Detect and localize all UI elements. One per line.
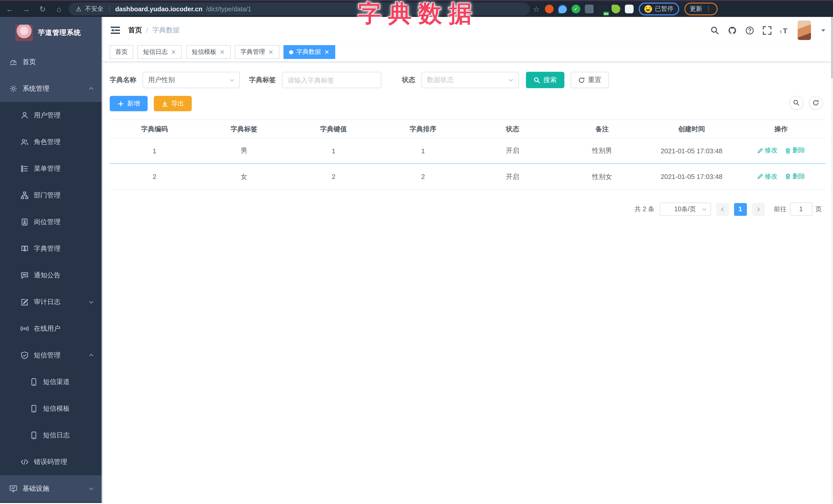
table-row[interactable]: 2女22开启性别女2021-01-05 17:03:48修改删除: [110, 164, 826, 190]
sidebar-item-dict-mgmt[interactable]: 字典管理: [0, 235, 102, 262]
cell-code: 2: [110, 173, 199, 181]
tags-view: 首页短信日志短信模板字典管理字典数据: [102, 44, 833, 62]
next-page-button[interactable]: [752, 203, 765, 216]
sidebar-item-sms-template[interactable]: 短信模板: [0, 395, 102, 422]
add-button[interactable]: 新增: [110, 96, 148, 111]
browser-update-button[interactable]: 更新 ⋮: [684, 3, 717, 16]
app-logo-row[interactable]: 芋道管理系统: [0, 17, 102, 49]
search-icon[interactable]: [711, 26, 719, 34]
delete-link[interactable]: 删除: [785, 146, 805, 155]
status-select[interactable]: 数据状态: [421, 72, 519, 88]
profile-paused-button[interactable]: 已暂停: [639, 3, 679, 16]
sidebar-item-sms-channel[interactable]: 短信渠道: [0, 369, 102, 395]
sidebar-item-sms-mgmt[interactable]: 短信管理: [0, 342, 102, 369]
sidebar-item-audit-log[interactable]: 审计日志: [0, 289, 102, 315]
sidebar-item-menu-mgmt[interactable]: 菜单管理: [0, 155, 102, 182]
url-divider: [109, 6, 110, 12]
on-badge: on: [603, 12, 609, 16]
forward-icon[interactable]: →: [22, 5, 31, 13]
phone-icon: [30, 405, 38, 413]
tab-label: 短信模板: [192, 48, 216, 56]
column-header: 状态: [468, 124, 557, 134]
page-number-current[interactable]: 1: [734, 203, 747, 216]
org-tree-icon: [21, 191, 29, 199]
fullscreen-icon[interactable]: [763, 26, 771, 34]
tab-dict-mgmt[interactable]: 字典管理: [235, 45, 279, 59]
dict-name-select[interactable]: 用户性别: [143, 72, 240, 88]
check-extension-icon[interactable]: ✓: [571, 5, 580, 13]
leaf-extension-icon[interactable]: [611, 5, 620, 13]
github-icon[interactable]: [728, 26, 737, 34]
user-avatar[interactable]: [798, 21, 811, 40]
table-body: 1男11开启性别男2021-01-05 17:03:48修改删除2女22开启性别…: [110, 139, 826, 190]
sidebar-item-label: 角色管理: [34, 137, 61, 147]
sidebar-item-label: 系统管理: [23, 84, 49, 93]
sidebar-item-infrastructure[interactable]: 基础设施: [0, 475, 102, 502]
stack-extension-icon[interactable]: [585, 5, 593, 13]
back-icon[interactable]: ←: [5, 5, 14, 13]
sidebar-item-post-mgmt[interactable]: 岗位管理: [0, 209, 102, 235]
sidebar-item-error-code-mgmt[interactable]: 错误码管理: [0, 449, 102, 475]
chevron-down-icon: [701, 207, 707, 212]
tab-sms-log[interactable]: 短信日志: [137, 45, 182, 59]
status-label: 状态: [402, 75, 415, 85]
reload-icon[interactable]: ↻: [38, 4, 47, 14]
sidebar-item-label: 在线用户: [34, 324, 61, 333]
on-badge-extension-icon[interactable]: on: [598, 5, 607, 13]
search-button[interactable]: 搜索: [526, 72, 564, 88]
table-row[interactable]: 1男11开启性别男2021-01-05 17:03:48修改删除: [110, 139, 826, 164]
sidebar-toggle-icon[interactable]: [111, 26, 120, 34]
close-icon[interactable]: [324, 49, 330, 55]
prev-page-button[interactable]: [716, 203, 729, 216]
tab-home[interactable]: 首页: [110, 45, 133, 59]
page-size-select[interactable]: 10条/页: [660, 202, 711, 216]
update-label: 更新: [690, 5, 702, 13]
cell-created: 2021-01-05 17:03:48: [647, 147, 736, 154]
export-button[interactable]: 导出: [154, 96, 192, 111]
close-icon[interactable]: [219, 49, 225, 55]
sidebar-item-notice[interactable]: 通知公告: [0, 262, 102, 289]
delete-link[interactable]: 删除: [785, 172, 805, 181]
breadcrumb-current: 字典数据: [152, 26, 180, 35]
dict-label-label: 字典标签: [249, 75, 276, 85]
tab-dict-data[interactable]: 字典数据: [284, 45, 335, 59]
tab-sms-template[interactable]: 短信模板: [186, 45, 231, 59]
sidebar-item-sms-log[interactable]: 短信日志: [0, 422, 102, 449]
bookmark-star-icon[interactable]: ☆: [533, 5, 540, 13]
drop-extension-icon[interactable]: [558, 5, 567, 13]
edit-log-icon: [21, 298, 29, 306]
home-icon[interactable]: ⌂: [54, 5, 64, 13]
help-icon[interactable]: [745, 26, 754, 34]
browser-menu-icon[interactable]: ⋮: [705, 5, 712, 13]
url-domain: dashboard.yudao.iocoder.cn: [115, 5, 203, 13]
refresh-table-button[interactable]: [809, 96, 823, 110]
caret-down-icon[interactable]: [821, 28, 826, 33]
users-icon: [21, 138, 29, 146]
column-header: 备注: [557, 124, 647, 134]
sidebar-item-label: 短信渠道: [43, 377, 70, 387]
column-header: 创建时间: [647, 124, 736, 134]
breadcrumb-home[interactable]: 首页: [128, 26, 142, 35]
sidebar-item-home[interactable]: 首页: [0, 49, 102, 75]
close-icon[interactable]: [268, 49, 274, 55]
cell-remark: 性别女: [557, 172, 647, 181]
toggle-search-button[interactable]: [789, 96, 803, 110]
reset-button[interactable]: 重置: [571, 72, 609, 88]
edit-link[interactable]: 修改: [757, 172, 777, 181]
status-select-placeholder: 数据状态: [427, 75, 454, 85]
sidebar-item-online-users[interactable]: 在线用户: [0, 315, 102, 342]
orange-extension-icon[interactable]: [545, 5, 553, 13]
dict-name-label: 字典名称: [110, 75, 136, 85]
sidebar-item-user-mgmt[interactable]: 用户管理: [0, 102, 102, 129]
sidebar-item-system-mgmt[interactable]: 系统管理: [0, 75, 102, 102]
dict-label-input[interactable]: [288, 76, 376, 84]
goto-page-input[interactable]: [790, 202, 812, 216]
edit-link[interactable]: 修改: [757, 146, 777, 155]
sidebar-item-dept-mgmt[interactable]: 部门管理: [0, 182, 102, 209]
sidebar-item-role-mgmt[interactable]: 角色管理: [0, 129, 102, 155]
table-header-row: 字典编码字典标签字典键值字典排序状态备注创建时间操作: [110, 120, 826, 139]
puzzle-extensions-icon[interactable]: [625, 5, 633, 13]
close-icon[interactable]: [171, 49, 176, 55]
font-size-icon[interactable]: tT: [780, 26, 789, 34]
address-bar[interactable]: ⚠ 不安全 dashboard.yudao.iocoder.cn /dict/t…: [69, 3, 530, 16]
